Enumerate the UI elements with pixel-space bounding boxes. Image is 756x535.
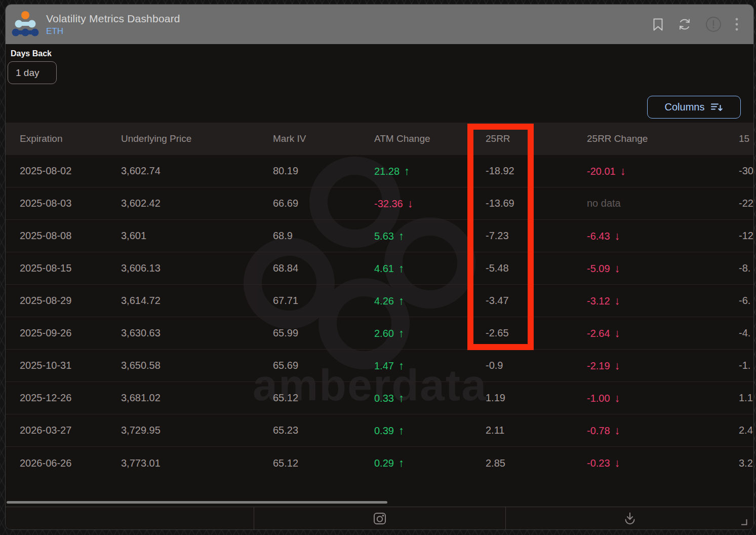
cell-atm-change: 5.63↑ [374,230,486,243]
cell-25rr-change-value: no data [587,198,621,209]
table-row: 2025-10-313,650.5865.691.47↑-0.9-2.19↓-1… [6,350,753,382]
cell-expiration: 2025-08-15 [20,262,121,274]
days-back-select[interactable]: 1 day [8,61,57,84]
columns-button[interactable]: Columns [647,96,741,119]
cell-15rr: -12 [739,230,753,242]
table-row: 2025-09-263,630.6365.992.60↑-2.65-2.64↓-… [6,317,753,350]
column-header-mark-iv: Mark IV [273,133,374,144]
cell-expiration: 2025-08-29 [20,295,121,307]
cell-expiration: 2025-08-03 [20,198,121,209]
column-header-underlying-price: Underlying Price [121,133,273,144]
cell-mark-iv: 66.69 [273,198,374,209]
more-menu-button[interactable] [735,17,738,31]
table-row: 2025-08-153,606.1368.844.61↑-5.48-5.09↓-… [6,252,753,285]
widget-header: Volatility Metrics Dashboard ETH [6,5,753,44]
cell-mark-iv: 67.71 [273,295,374,307]
cell-25rr: -3.47 [486,295,587,307]
table-row: 2025-08-083,60168.95.63↑-7.23-6.43↓-12 [6,220,753,252]
cell-atm-change-value: -32.36 [374,198,403,209]
cell-25rr: -5.48 [486,262,587,274]
download-button[interactable] [505,507,753,529]
cell-expiration: 2025-08-02 [20,165,121,177]
down-arrow-icon: ↓ [615,392,620,405]
cell-atm-change: 21.28↑ [374,165,486,178]
cell-15rr: 2.4 [739,425,753,436]
table-row: 2025-12-263,681.0265.120.33↑1.19-1.00↓1.… [6,382,753,414]
resize-corner-icon [741,519,747,525]
screenshot-button[interactable] [254,507,505,529]
cell-atm-change-value: 5.63 [374,231,394,242]
download-icon [623,511,637,525]
cell-25rr-change-value: -0.78 [587,425,610,436]
sort-lines-down-icon [710,102,723,112]
cell-25rr-change: no data [587,198,739,209]
up-arrow-icon: ↑ [404,165,410,178]
cell-expiration: 2025-10-31 [20,360,121,371]
cell-atm-change: 1.47↑ [374,359,486,372]
cell-expiration: 2026-03-27 [20,425,121,436]
up-arrow-icon: ↑ [399,424,404,437]
widget-title: Volatility Metrics Dashboard [46,13,652,25]
table-row: 2025-08-033,602.4266.69-32.36↓-13.69no d… [6,187,753,220]
cell-25rr-change: -3.12↓ [587,294,739,308]
cell-atm-change-value: 4.26 [374,295,394,307]
cell-underlying-price: 3,602.74 [121,165,273,177]
cell-mark-iv: 68.84 [273,262,374,274]
footer-cell-empty [6,507,254,529]
down-arrow-icon: ↓ [615,456,620,470]
cell-atm-change-value: 21.28 [374,166,400,177]
table-row: 2025-08-293,614.7267.714.26↑-3.47-3.12↓-… [6,285,753,317]
cell-25rr-change: -6.43↓ [587,230,739,243]
cell-underlying-price: 3,602.42 [121,198,273,209]
cell-25rr: -0.9 [486,360,587,371]
table-row: 2026-03-273,729.9565.230.39↑2.11-0.78↓2.… [6,414,753,447]
cell-25rr-change-value: -20.01 [587,166,616,177]
cell-atm-change-value: 2.60 [374,328,394,339]
cell-underlying-price: 3,681.02 [121,392,273,404]
cell-25rr-change: -5.09↓ [587,262,739,275]
down-arrow-icon: ↓ [615,359,620,372]
cell-expiration: 2025-12-26 [20,392,121,404]
widget-symbol: ETH [46,26,652,36]
cell-15rr: -4. [739,327,753,339]
cell-atm-change: 0.39↑ [374,424,486,437]
cell-underlying-price: 3,601 [121,230,273,242]
cell-25rr: -7.23 [486,230,587,242]
table-row: 2026-06-263,773.0165.120.29↑2.85-0.23↓3.… [6,447,753,479]
cell-15rr: 3.2 [739,457,753,469]
cell-25rr: -18.92 [486,165,587,177]
cell-25rr-change-value: -1.00 [587,393,610,404]
widget-footer [6,507,753,529]
cell-15rr: -8. [739,262,753,274]
cell-25rr-change-value: -3.12 [587,295,610,307]
cell-25rr: 2.85 [486,457,587,469]
cell-25rr-change-value: -2.19 [587,360,610,371]
cell-atm-change-value: 0.33 [374,393,394,404]
cell-atm-change: 0.29↑ [374,456,486,470]
cell-atm-change: 4.61↑ [374,262,486,275]
amberdata-logo-icon [12,11,39,38]
resize-handle[interactable] [741,519,747,525]
cell-atm-change: 2.60↑ [374,327,486,340]
bookmark-icon [652,18,664,31]
alert-button[interactable] [705,16,722,32]
days-back-label: Days Back [11,49,52,58]
cell-mark-iv: 65.12 [273,457,374,469]
refresh-icon [678,17,692,31]
down-arrow-icon: ↓ [408,197,413,210]
refresh-button[interactable] [678,17,692,31]
bookmark-button[interactable] [652,18,664,31]
table-body: 2025-08-023,602.7480.1921.28↑-18.92-20.0… [6,155,753,479]
cell-25rr-change-value: -2.64 [587,328,610,339]
cell-25rr-change-value: -6.43 [587,231,610,242]
cell-atm-change: 4.26↑ [374,294,486,308]
cell-15rr: -30 [739,165,753,177]
cell-25rr-change: -1.00↓ [587,392,739,405]
column-header-expiration: Expiration [20,133,121,144]
cell-underlying-price: 3,773.01 [121,457,273,469]
down-arrow-icon: ↓ [615,294,620,308]
cell-25rr: 2.11 [486,425,587,436]
horizontal-scrollbar-thumb[interactable] [7,501,387,504]
down-arrow-icon: ↓ [620,165,626,178]
cell-expiration: 2025-08-08 [20,230,121,242]
